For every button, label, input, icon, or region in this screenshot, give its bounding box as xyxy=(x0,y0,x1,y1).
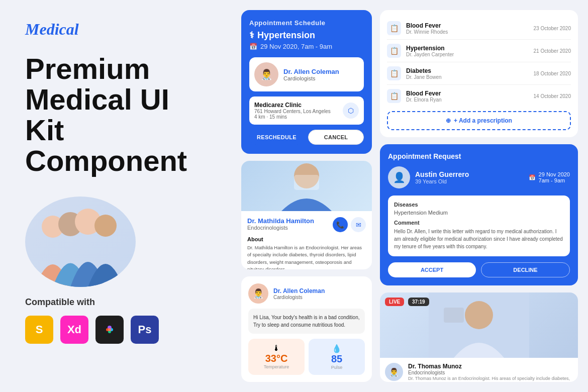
app-logo: Medical xyxy=(25,20,216,39)
prescription-name-1: Blood Fever xyxy=(406,22,448,29)
live-badge: LIVE xyxy=(385,298,404,306)
svg-rect-13 xyxy=(444,308,464,323)
message-card: 👨‍⚕️ Dr. Allen Coleman Cardiologists Hi … xyxy=(241,276,372,382)
xd-icon: Xd xyxy=(60,316,88,344)
svg-point-3 xyxy=(94,215,117,237)
about-text: Dr. Mathilda Hamilton is an Endocrinolog… xyxy=(247,244,366,269)
right-column: 📋 Blood Fever Dr. Winnie Rhodes 23 Octob… xyxy=(380,10,578,382)
add-prescription-button[interactable]: ⊕ + Add a prescription xyxy=(387,111,571,130)
live-doctor-description: Dr. Thomas Munoz is an Endocrinologist. … xyxy=(408,375,573,382)
middle-column: Appointment Schedule ⚕ Hypertension 📅 29… xyxy=(241,10,372,382)
prescription-left-2: 📋 Hypertension Dr. Jayden Carpenter xyxy=(387,44,454,58)
prescription-doctor-1: Dr. Winnie Rhodes xyxy=(406,29,448,35)
patient-avatar: 👤 xyxy=(388,166,410,188)
calendar-icon-req: 📅 xyxy=(529,174,536,181)
pulse-widget: 💧 85 Pulse xyxy=(309,339,365,375)
message-doctor-row: 👨‍⚕️ Dr. Allen Coleman Cardiologists xyxy=(248,283,365,304)
left-panel: Medical Premium Medical UI Kit Component… xyxy=(0,0,241,392)
prescription-date-4: 14 October 2020 xyxy=(534,93,571,99)
vitals-row: 🌡 33°C Temperature 💧 85 Pulse xyxy=(248,339,365,375)
prescription-details-1: Blood Fever Dr. Winnie Rhodes xyxy=(406,22,448,35)
main-title: Premium Medical UI Kit Component xyxy=(25,54,216,176)
patient-info: 👤 Austin Guerrero 39 Years Old xyxy=(388,166,469,188)
prescription-icon-4: 📋 xyxy=(387,89,401,103)
navigation-button[interactable]: ⬡ xyxy=(343,103,359,119)
message-doctor-specialty: Cardiologists xyxy=(273,295,325,300)
temperature-label: Temperature xyxy=(264,364,289,369)
live-thumbnail: LIVE 37:19 xyxy=(380,292,578,358)
pulse-value: 85 xyxy=(331,353,342,365)
cancel-button[interactable]: CANCEL xyxy=(308,130,364,145)
prescription-icon-2: 📋 xyxy=(387,44,401,58)
prescription-item-4: 📋 Blood Fever Dr. Elnora Ryan 14 October… xyxy=(387,85,571,107)
mail-button[interactable]: ✉ xyxy=(351,217,366,232)
appointment-request-card: Appointment Request 👤 Austin Guerrero 39… xyxy=(380,144,578,285)
prescription-left-1: 📋 Blood Fever Dr. Winnie Rhodes xyxy=(387,21,448,35)
request-action-buttons: ACCEPT DECLINE xyxy=(388,262,570,277)
accept-button[interactable]: ACCEPT xyxy=(388,262,476,277)
prescription-name-3: Diabetes xyxy=(406,67,442,74)
thermometer-icon: 🌡 xyxy=(272,344,280,353)
clinic-address: 761 Howard Centers, Los Angeles xyxy=(254,109,331,114)
clinic-row: Medicarez Clinic 761 Howard Centers, Los… xyxy=(249,96,364,125)
doctor-profile-info: Dr. Mathilda Hamilton Endocrinologists xyxy=(247,217,314,231)
svg-point-12 xyxy=(465,301,493,329)
tool-icons: S Xd Ps xyxy=(25,316,216,344)
message-doctor-info: Dr. Allen Coleman Cardiologists xyxy=(273,287,325,300)
phone-button[interactable]: 📞 xyxy=(333,217,348,232)
live-doctor-specialty: Endocrinologists xyxy=(408,370,573,375)
title-line3: Component xyxy=(25,144,187,177)
patient-age: 39 Years Old xyxy=(415,178,469,184)
live-doctor-info: Dr. Thomas Munoz Endocrinologists Dr. Th… xyxy=(408,363,573,382)
doctor-profile-name: Dr. Mathilda Hamilton xyxy=(247,217,314,225)
prescription-left-3: 📋 Diabetes Dr. Jane Bowen xyxy=(387,66,442,80)
compatible-text: Compatible with xyxy=(25,297,216,308)
doctor-action-buttons: 📞 ✉ xyxy=(333,217,366,232)
patient-details: Austin Guerrero 39 Years Old xyxy=(415,170,469,184)
reschedule-button[interactable]: RESCHEDULE xyxy=(249,130,304,145)
figma-icon xyxy=(95,316,124,344)
doctor-name: Dr. Allen Coleman xyxy=(283,68,339,75)
message-bubble: Hi Lisa, Your body's health is in a bad … xyxy=(248,309,365,334)
prescription-date-2: 21 October 2020 xyxy=(534,48,571,54)
live-timer: 37:19 xyxy=(408,298,429,306)
decline-button[interactable]: DECLINE xyxy=(481,262,570,277)
patient-row: 👤 Austin Guerrero 39 Years Old 📅 29 Nov … xyxy=(388,166,570,188)
prescription-left-4: 📋 Blood Fever Dr. Elnora Ryan xyxy=(387,89,442,103)
live-doctor-name: Dr. Thomas Munoz xyxy=(408,363,573,370)
prescription-icon-1: 📋 xyxy=(387,21,401,35)
title-line2: Medical UI Kit xyxy=(25,83,169,146)
stethoscope-icon: ⚕ xyxy=(249,30,254,41)
doctor-specialty: Cardiologists xyxy=(283,75,339,81)
message-doctor-name: Dr. Allen Coleman xyxy=(273,287,325,295)
prescription-icon-3: 📋 xyxy=(387,66,401,80)
prescription-item-2: 📋 Hypertension Dr. Jayden Carpenter 21 O… xyxy=(387,40,571,62)
action-buttons: RESCHEDULE CANCEL xyxy=(249,130,364,145)
prescription-date-3: 18 October 2020 xyxy=(534,71,571,76)
appt-schedule-title: Appointment Schedule xyxy=(249,19,364,27)
live-card: LIVE 37:19 👨‍⚕️ Dr. Thomas Munoz Endocri… xyxy=(380,292,578,382)
prescription-details-2: Hypertension Dr. Jayden Carpenter xyxy=(406,45,454,57)
right-area: Appointment Schedule ⚕ Hypertension 📅 29… xyxy=(241,0,588,392)
appointment-request-body: Diseases Hypertension Medium Comment Hel… xyxy=(388,195,570,256)
clinic-distance: 4 km · 15 mins xyxy=(254,114,331,120)
prescription-item-3: 📋 Diabetes Dr. Jane Bowen 18 October 202… xyxy=(387,62,571,85)
comment-label: Comment xyxy=(394,220,564,226)
doctor-avatar: 👨‍⚕️ xyxy=(254,62,278,86)
doctor-info-row: 👨‍⚕️ Dr. Allen Coleman Cardiologists xyxy=(249,57,364,91)
clinic-details: Medicarez Clinic 761 Howard Centers, Los… xyxy=(254,102,331,120)
prescription-item-1: 📋 Blood Fever Dr. Winnie Rhodes 23 Octob… xyxy=(387,17,571,40)
appt-disease: ⚕ Hypertension xyxy=(249,30,364,41)
temperature-widget: 🌡 33°C Temperature xyxy=(248,339,305,375)
patient-name: Austin Guerrero xyxy=(415,170,469,178)
prescription-details-3: Diabetes Dr. Jane Bowen xyxy=(406,67,442,80)
prescription-list: 📋 Blood Fever Dr. Winnie Rhodes 23 Octob… xyxy=(380,10,578,137)
comment-text: Hello Dr. Allen, I write this letter wit… xyxy=(394,228,564,250)
pulse-icon: 💧 xyxy=(332,344,342,353)
message-doctor-avatar: 👨‍⚕️ xyxy=(248,283,268,304)
team-photo xyxy=(25,197,136,287)
diseases-value: Hypertension Medium xyxy=(394,210,564,216)
prescription-date-1: 23 October 2020 xyxy=(534,26,571,31)
appointment-schedule-card: Appointment Schedule ⚕ Hypertension 📅 29… xyxy=(241,10,372,154)
doctor-details: Dr. Allen Coleman Cardiologists xyxy=(283,68,339,81)
